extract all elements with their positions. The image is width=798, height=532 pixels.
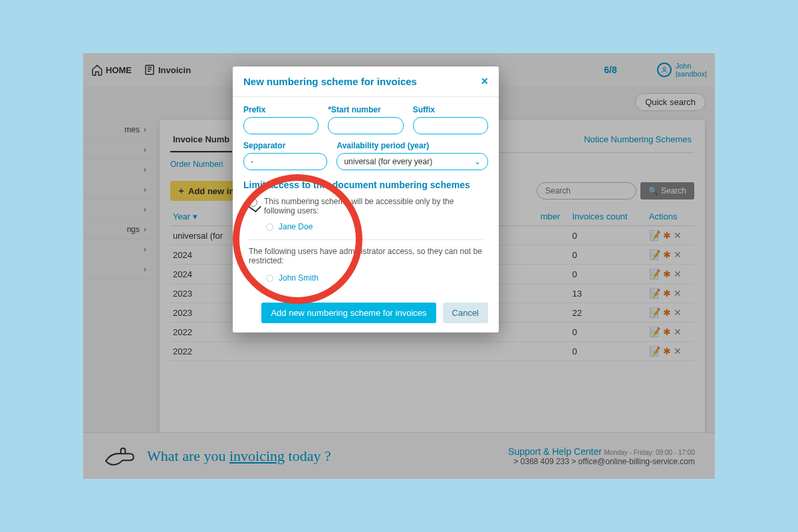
divider	[249, 239, 483, 240]
close-icon[interactable]: ×	[481, 74, 488, 88]
modal-body: Prefix *Start number Suffix Sepparator -…	[233, 97, 499, 296]
suffix-input[interactable]	[413, 117, 488, 134]
radio-icon	[266, 275, 273, 282]
radio-icon[interactable]	[249, 198, 257, 207]
add-numbering-scheme-button[interactable]: Add new numbering scheme for invoices	[261, 303, 436, 323]
separator-input[interactable]: -	[243, 153, 327, 170]
access-restrict-text: This numbering scheme will be accessible…	[264, 197, 483, 215]
start-number-input[interactable]	[328, 117, 403, 134]
availability-select[interactable]: universal (for every year) ⌄	[336, 153, 488, 170]
limit-access-heading: Limit access to this document numbering …	[243, 180, 488, 190]
access-restrict-option[interactable]: This numbering scheme will be accessible…	[249, 197, 483, 215]
modal-header: New numbering scheme for invoices ×	[233, 66, 499, 97]
separator-label: Sepparator	[243, 141, 327, 150]
modal-title: New numbering scheme for invoices	[243, 76, 417, 87]
new-numbering-scheme-modal: New numbering scheme for invoices × Pref…	[233, 66, 499, 332]
prefix-input[interactable]	[243, 117, 319, 134]
radio-icon[interactable]	[266, 223, 273, 231]
admin-user-john: John Smith	[266, 273, 483, 283]
modal-footer: Add new numbering scheme for invoices Ca…	[233, 296, 499, 332]
chevron-down-icon: ⌄	[474, 157, 481, 166]
cancel-button[interactable]: Cancel	[443, 303, 488, 323]
admin-restriction-text: The following users have administrator a…	[249, 247, 483, 265]
prefix-label: Prefix	[243, 105, 319, 114]
availability-label: Availability period (year)	[336, 141, 488, 150]
user-option-jane[interactable]: Jane Doe	[266, 222, 483, 231]
start-number-label: *Start number	[328, 105, 403, 114]
access-block: This numbering scheme will be accessible…	[243, 197, 488, 283]
suffix-label: Suffix	[413, 105, 488, 114]
